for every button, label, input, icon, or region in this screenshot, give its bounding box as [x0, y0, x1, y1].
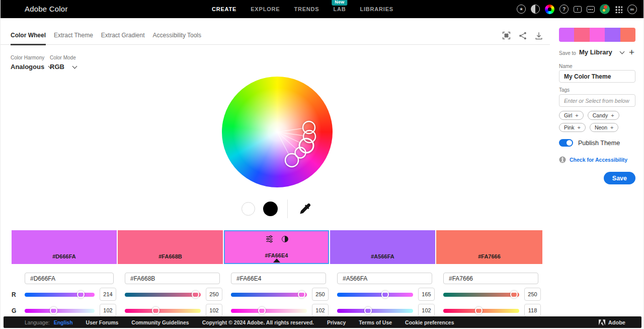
eyedropper-icon[interactable] [298, 202, 312, 216]
language-value[interactable]: English [54, 319, 73, 325]
help-icon[interactable]: ? [559, 5, 569, 14]
green-value-box[interactable]: 102 [418, 304, 435, 317]
share-icon[interactable] [518, 31, 527, 40]
green-slider-handle[interactable] [475, 307, 482, 314]
color-mode-label: Color Mode [50, 55, 76, 60]
swatch-tools [225, 235, 328, 243]
red-slider-track[interactable] [443, 293, 519, 297]
avatar[interactable] [600, 4, 610, 14]
add-library-button[interactable]: + [629, 47, 634, 58]
red-slider-handle[interactable] [77, 291, 85, 298]
green-slider-handle[interactable] [258, 307, 266, 314]
color-swatch[interactable]: #FA668B [118, 230, 223, 264]
plus-icon: + [577, 124, 580, 130]
nav-item-libraries[interactable]: LIBRARIES [360, 6, 393, 12]
green-slider-track[interactable] [125, 309, 201, 313]
color-mode-dropdown[interactable]: RGB [50, 63, 76, 71]
red-slider-handle[interactable] [192, 291, 199, 298]
apps-grid-icon[interactable] [615, 6, 622, 13]
library-dropdown[interactable]: My Library [579, 48, 624, 56]
color-wheel[interactable] [222, 77, 333, 187]
green-slider-track[interactable] [25, 309, 95, 313]
red-value-box[interactable]: 165 [418, 288, 435, 301]
footer-link: Copyright © 2024 Adobe. All rights reser… [202, 319, 314, 325]
green-slider-handle[interactable] [152, 307, 159, 314]
tab-extract-gradient[interactable]: Extract Gradient [101, 32, 145, 45]
red-value-box[interactable]: 250 [312, 288, 329, 301]
footer-link[interactable]: User Forums [86, 319, 119, 325]
tags-input[interactable] [559, 94, 635, 107]
tag-chip-pink[interactable]: Pink+ [559, 123, 586, 132]
red-slider-track[interactable] [125, 293, 201, 297]
publish-toggle[interactable] [559, 139, 573, 147]
creative-cloud-icon[interactable]: ∞ [627, 5, 637, 14]
fullscreen-icon[interactable] [502, 31, 511, 40]
footer-brand-label: Adobe [608, 319, 625, 325]
green-value-box[interactable]: 118 [524, 304, 541, 317]
nav-item-lab[interactable]: LABNew [333, 6, 346, 12]
green-slider-track[interactable] [231, 309, 307, 313]
tab-extract-theme[interactable]: Extract Theme [54, 32, 93, 45]
hex-input[interactable] [337, 273, 432, 284]
black-shade-button[interactable] [263, 202, 278, 216]
hex-input[interactable] [25, 273, 114, 284]
accessibility-link[interactable]: Check for Accessibility [570, 157, 627, 163]
name-label: Name [559, 63, 573, 69]
accessibility-row[interactable]: Check for Accessibility [559, 156, 627, 163]
save-button[interactable]: Save [604, 172, 635, 184]
footer-link[interactable]: Community Guidelines [131, 319, 189, 325]
star-circle-icon[interactable]: ★ [517, 5, 526, 14]
nav-item-explore[interactable]: EXPLORE [251, 6, 280, 12]
chat-icon[interactable]: ••• [587, 6, 595, 13]
tab-color-wheel[interactable]: Color Wheel [11, 32, 46, 45]
publish-row: Publish Theme [559, 139, 620, 147]
green-value-box[interactable]: 102 [312, 304, 329, 317]
red-slider-handle[interactable] [381, 291, 389, 298]
tab-accessibility-tools[interactable]: Accessibility Tools [153, 32, 201, 45]
footer-link[interactable]: Cookie preferences [405, 319, 454, 325]
red-value-box[interactable]: 250 [524, 288, 541, 301]
feedback-icon[interactable]: ! [574, 6, 582, 13]
white-shade-button[interactable] [242, 202, 255, 216]
red-slider-track[interactable] [337, 293, 413, 297]
color-swatch[interactable]: #FA7666 [436, 230, 542, 264]
color-harmony-dropdown[interactable]: Analogous [11, 63, 52, 71]
hex-input[interactable] [231, 273, 326, 284]
contrast-icon[interactable] [282, 236, 288, 242]
nav-links: CREATEEXPLORETRENDSLABNewLIBRARIES [212, 0, 393, 18]
app-title[interactable]: Adobe Color [25, 5, 68, 13]
theme-name-input[interactable] [559, 70, 635, 83]
red-slider-track[interactable] [231, 293, 307, 297]
theme-strip-color [620, 28, 635, 42]
nav-item-trends[interactable]: TRENDS [294, 6, 319, 12]
tag-chip-neon[interactable]: Neon+ [590, 123, 619, 132]
green-slider-handle[interactable] [364, 307, 372, 314]
color-swatch[interactable]: #D666FA [12, 230, 117, 264]
footer-link[interactable]: Terms of Use [359, 319, 392, 325]
theme-strip-color [574, 28, 589, 42]
color-swatch[interactable]: #FA66E4 [224, 230, 329, 264]
red-slider-handle[interactable] [298, 291, 305, 298]
sliders-icon[interactable] [265, 235, 274, 243]
nav-item-create[interactable]: CREATE [212, 6, 236, 12]
red-value-box[interactable]: 250 [206, 288, 222, 301]
adobe-logo-icon [599, 319, 605, 325]
footer-link[interactable]: Privacy [327, 319, 346, 325]
green-slider-handle[interactable] [50, 307, 57, 314]
tag-chip-girl[interactable]: Girl+ [559, 111, 584, 120]
green-slider-track[interactable] [337, 309, 413, 313]
color-wheel-icon[interactable] [545, 5, 554, 14]
green-value-box[interactable]: 102 [100, 304, 116, 317]
hex-input[interactable] [443, 273, 538, 284]
download-icon[interactable] [534, 31, 543, 40]
tag-chip-candy[interactable]: Candy+ [588, 111, 619, 120]
hex-input[interactable] [125, 273, 220, 284]
toolbar-icon-group [502, 31, 543, 40]
contrast-icon[interactable] [531, 5, 540, 14]
color-mode-value: RGB [50, 63, 64, 71]
color-swatch[interactable]: #A566FA [330, 230, 435, 264]
green-value-box[interactable]: 102 [206, 304, 222, 317]
red-value-box[interactable]: 214 [100, 288, 116, 301]
red-slider-handle[interactable] [510, 291, 518, 298]
tags-label: Tags [559, 87, 570, 93]
